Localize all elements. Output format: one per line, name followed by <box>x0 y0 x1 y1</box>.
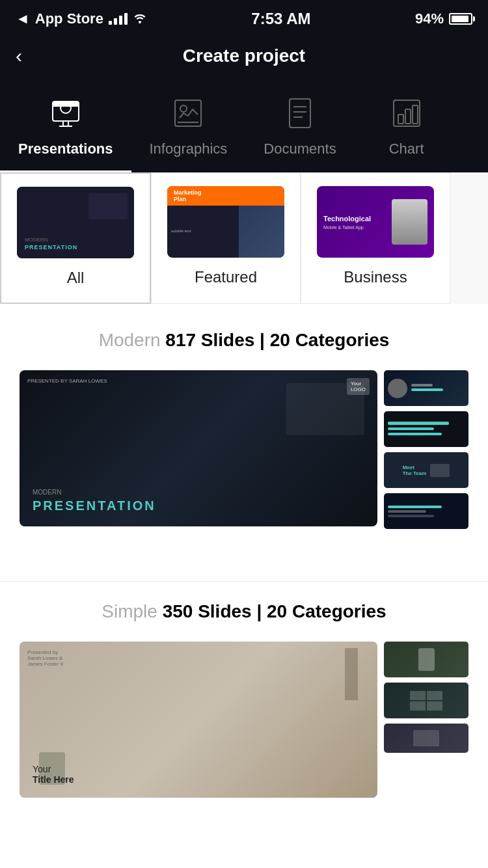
category-item-documents[interactable]: Documents <box>245 86 354 172</box>
modern-label-bold: 817 Slides | 20 Categories <box>165 330 389 350</box>
simple-label-normal: Simple <box>102 601 162 621</box>
svg-rect-14 <box>398 115 403 124</box>
svg-rect-15 <box>405 109 411 124</box>
category-item-chart[interactable]: Chart <box>355 86 459 172</box>
business-thumb: Technological Mobile & Tablet App <box>317 186 434 258</box>
chart-icon <box>386 92 427 134</box>
simple-thumb-3[interactable] <box>384 724 468 753</box>
simple-template-preview[interactable]: Presented bySarah Lowes &James Foster II… <box>20 642 468 798</box>
thumb-slide-2[interactable] <box>384 411 468 447</box>
page-title: Create project <box>183 46 305 66</box>
status-right: 94% <box>415 10 472 27</box>
thumb-lines-2 <box>388 422 465 437</box>
wifi-icon <box>133 12 147 27</box>
chart-label: Chart <box>389 141 424 157</box>
subcategory-card-featured[interactable]: MarketingPlan subtitle text Featured <box>151 172 301 304</box>
thumb-slide-1[interactable] <box>384 370 468 406</box>
documents-icon <box>279 92 321 134</box>
thumb-lines-3 <box>388 506 465 517</box>
section-divider <box>0 581 488 582</box>
thumb-avatar <box>388 379 407 398</box>
presentations-label: Presentations <box>18 141 113 157</box>
infographics-label: Infographics <box>150 141 228 157</box>
svg-rect-2 <box>53 102 79 107</box>
svg-point-7 <box>180 105 187 112</box>
back-button[interactable]: ‹ <box>16 45 22 67</box>
presentation-icon <box>45 92 87 134</box>
battery-icon <box>449 13 472 25</box>
subcategory-cards: MODERN PRESENTATION All MarketingPlan su… <box>0 172 488 304</box>
business-label: Business <box>344 268 407 286</box>
all-label: All <box>67 269 85 287</box>
featured-thumb: MarketingPlan subtitle text <box>167 186 284 258</box>
featured-label: Featured <box>195 268 257 286</box>
thumb-grid <box>410 691 442 711</box>
thumb-lines-1 <box>411 384 465 393</box>
svg-rect-16 <box>413 105 418 124</box>
header: ‹ Create project <box>0 35 488 79</box>
cards-row: MODERN PRESENTATION All MarketingPlan su… <box>0 172 488 304</box>
simple-slide-content: Presented bySarah Lowes &James Foster II… <box>20 642 377 798</box>
simple-section-header: Simple 350 Slides | 20 Categories <box>20 601 468 622</box>
carrier-label: App Store <box>35 10 103 27</box>
simple-thumb-column <box>384 642 468 798</box>
modern-label-normal: Modern <box>99 330 166 350</box>
thumb-person <box>418 648 435 671</box>
simple-presenter: Presented bySarah Lowes &James Foster II <box>27 649 63 667</box>
presenter-label: PRESENTED BY SARAH LOWES <box>27 378 107 384</box>
logo-label: YourLOGO <box>347 378 370 395</box>
thumb-slide-4[interactable] <box>384 493 468 529</box>
documents-label: Documents <box>264 141 336 157</box>
subcategory-card-all[interactable]: MODERN PRESENTATION All <box>0 172 151 304</box>
modern-section-header: Modern 817 Slides | 20 Categories <box>20 330 468 351</box>
simple-thumb-1[interactable] <box>384 642 468 677</box>
back-carrier-icon: ◄ <box>16 10 30 27</box>
all-thumb: MODERN PRESENTATION <box>17 187 134 258</box>
thumb-slide-3[interactable]: MeetThe Team <box>384 452 468 488</box>
status-left: ◄ App Store <box>16 10 147 27</box>
subcategory-card-business[interactable]: Technological Mobile & Tablet App Busine… <box>301 172 450 304</box>
simple-section: Simple 350 Slides | 20 Categories Presen… <box>0 595 488 837</box>
simple-thumb-2[interactable] <box>384 683 468 718</box>
category-item-infographics[interactable]: Infographics <box>131 86 246 172</box>
svg-rect-9 <box>290 99 310 128</box>
infographics-icon <box>167 92 209 134</box>
modern-section: Modern 817 Slides | 20 Categories PRESEN… <box>0 304 488 568</box>
simple-label-bold: 350 Slides | 20 Categories <box>163 601 386 621</box>
thumb-column: MeetThe Team <box>384 370 468 529</box>
modern-template-preview[interactable]: PRESENTED BY SARAH LOWES YourLOGO MODERN… <box>20 370 468 529</box>
main-slide-content: PRESENTED BY SARAH LOWES YourLOGO MODERN… <box>20 370 377 526</box>
modern-main-slide[interactable]: PRESENTED BY SARAH LOWES YourLOGO MODERN… <box>20 370 377 526</box>
category-item-presentations[interactable]: Presentations <box>0 86 131 172</box>
status-bar: ◄ App Store 7:53 AM 94% <box>0 0 488 35</box>
signal-icon <box>109 13 128 25</box>
time-display: 7:53 AM <box>251 10 310 28</box>
category-nav: Presentations Infographics Documents <box>0 79 488 172</box>
battery-percent: 94% <box>415 10 444 27</box>
simple-main-slide[interactable]: Presented bySarah Lowes &James Foster II… <box>20 642 377 798</box>
